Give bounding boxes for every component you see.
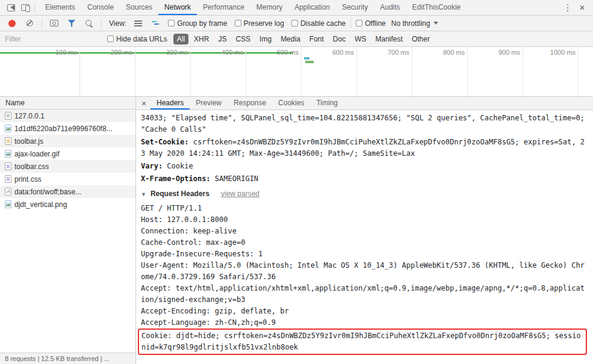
device-toolbar-button[interactable] [18,1,33,15]
details-tab[interactable]: Timing [310,97,344,110]
timeline-gridline: 400 ms [191,47,246,96]
view-parsed-link[interactable]: view parsed [221,190,259,198]
request-row[interactable]: data:font/woff;base... [0,185,135,198]
separator [101,19,102,28]
resource-type-filters: All XHR JS CSS Img Media Font Doc WS Man… [173,34,433,45]
view-label: View: [109,19,126,28]
hide-data-urls-checkbox[interactable]: Hide data URLs [107,35,167,43]
request-row[interactable]: toolbar.css [0,160,135,173]
request-row[interactable]: 127.0.0.1 [0,110,135,122]
disclosure-triangle-icon[interactable] [141,191,146,197]
request-row[interactable]: print.css [0,173,135,185]
resource-type-filter[interactable]: Media [277,34,304,45]
raw-request-line: Accept: text/html,application/xhtml+xml,… [141,283,588,306]
header-name: Vary: [141,162,163,170]
details-tab[interactable]: Headers [151,97,190,110]
chevron-down-icon [433,22,438,25]
resource-type-filter[interactable]: WS [351,34,370,45]
search-button[interactable] [82,16,96,31]
main-tab[interactable]: Memory [250,0,288,15]
details-tab[interactable]: Response [228,97,272,110]
resource-type-filter[interactable]: Other [408,34,433,45]
toolbar-checkbox[interactable]: Disable cache [291,19,346,28]
checkbox-box[interactable] [291,20,298,26]
filter-toggle-button[interactable] [64,16,79,31]
name-column-header[interactable]: Name [0,97,135,110]
clear-button[interactable] [22,16,37,31]
checkbox-label: Disable cache [300,19,346,28]
record-button[interactable] [5,16,19,31]
separator [42,19,42,28]
timeline-label: 900 ms [498,49,520,56]
main-tab[interactable]: EditThisCookie [406,0,467,15]
timeline-grid: 100 ms 200 ms 300 ms 400 ms 500 ms [0,47,593,96]
resource-type-filter[interactable]: JS [214,34,230,45]
close-details-icon[interactable] [137,99,151,108]
checkbox-box[interactable] [235,20,241,26]
file-type-icon [5,188,11,196]
throttling-select[interactable]: No throttling [391,19,439,28]
offline-checkbox[interactable]: Offline [356,19,385,28]
response-header: Set-Cookie: csrftoken=z4sDnWBZDz5Y9zIvr0… [141,137,588,159]
request-row[interactable]: 1d1df6220ab711e9996760f8... [0,122,135,135]
checkbox-box[interactable] [356,20,362,26]
separator [350,19,351,28]
main-tab[interactable]: Audits [374,0,406,15]
devtools-window: Elements Console Sources Network Perform… [0,0,593,364]
timeline-label: 500 ms [277,49,299,56]
search-icon [85,19,93,28]
main-tab[interactable]: Sources [120,0,158,15]
details-tab[interactable]: Cookies [272,97,310,110]
main-tab[interactable]: Performance [197,0,250,15]
filter-input[interactable] [5,35,101,43]
list-view-button[interactable] [131,16,145,31]
inspect-element-button[interactable] [4,1,18,15]
request-row[interactable]: ajax-loader.gif [0,147,135,160]
request-name: djdt_vertical.png [14,200,67,209]
resource-type-filter[interactable]: All [173,34,188,45]
timeline-gridline: 800 ms [412,47,468,96]
resource-type-filter[interactable]: Doc [329,34,349,45]
raw-request-headers: GET / HTTP/1.1 Host: 127.0.0.1:8000 Conn… [141,203,588,329]
request-name: toolbar.js [14,137,43,146]
raw-request-line: GET / HTTP/1.1 [141,203,588,214]
timeline-label: 1000 ms [550,49,576,56]
request-row[interactable]: djdt_vertical.png [0,198,135,211]
file-type-icon [5,112,11,120]
network-main: Name 127.0.0.1 1d1df6220ab711e9996760f8.… [0,97,593,364]
request-headers-title: Request Headers [151,190,210,198]
resource-type-filter[interactable]: CSS [232,34,254,45]
timeline-overview[interactable]: 100 ms 200 ms 300 ms 400 ms 500 ms [0,47,593,97]
status-summary: 8 requests | 12.5 KB transferred | ... [5,355,110,362]
resource-type-filter[interactable]: XHR [190,34,213,45]
resource-type-filter[interactable]: Img [256,34,275,45]
request-row[interactable]: toolbar.js [0,135,135,147]
list-view-icon [134,20,142,26]
main-tab[interactable]: Security [336,0,374,15]
main-tab[interactable]: Network [158,0,197,15]
timeline-label: 800 ms [443,49,465,56]
capture-screenshots-button[interactable] [47,16,61,31]
raw-request-line: Accept-Encoding: gzip, deflate, br [141,306,588,317]
toolbar-checkboxes: Group by frame Preserve log Disable cach… [168,19,346,28]
checkbox-box[interactable] [168,20,175,26]
main-tab[interactable]: Console [81,0,120,15]
request-headers-section: Request Headers view parsed [141,190,588,198]
details-tabs: Headers Preview Response Cookies Timing [151,97,344,110]
overview-view-button[interactable] [148,16,163,31]
main-tab[interactable]: Elements [39,0,81,15]
device-toolbar-icon [21,4,29,11]
checkbox-box[interactable] [107,35,114,42]
throttling-value: No throttling [391,19,430,28]
resource-type-filter[interactable]: Manifest [372,34,406,45]
toolbar-checkbox[interactable]: Preserve log [235,19,284,28]
close-devtools-icon[interactable] [575,1,589,15]
main-tab[interactable]: Application [288,0,336,15]
details-tab[interactable]: Preview [190,97,228,110]
file-type-icon [5,162,11,170]
raw-request-line: User-Agent: Mozilla/5.0 (Macintosh; Inte… [141,260,588,283]
response-headers-list: Set-Cookie: csrftoken=z4sDnWBZDz5Y9zIvr0… [141,137,588,185]
toolbar-checkbox[interactable]: Group by frame [168,19,227,28]
more-menu-icon[interactable] [560,1,575,15]
resource-type-filter[interactable]: Font [306,34,328,45]
